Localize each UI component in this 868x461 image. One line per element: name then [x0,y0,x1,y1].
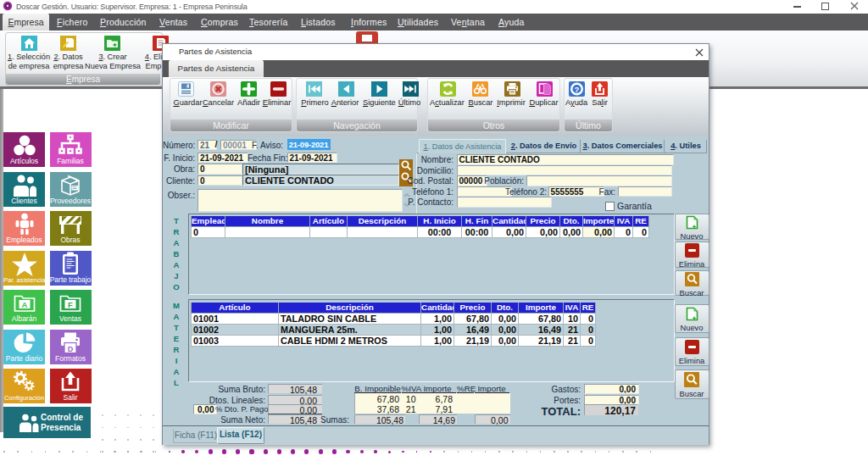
svg-text:?: ? [575,85,580,94]
svg-text:D: D [68,344,74,353]
svg-text:A: A [21,300,27,309]
svg-text:F: F [68,300,73,309]
